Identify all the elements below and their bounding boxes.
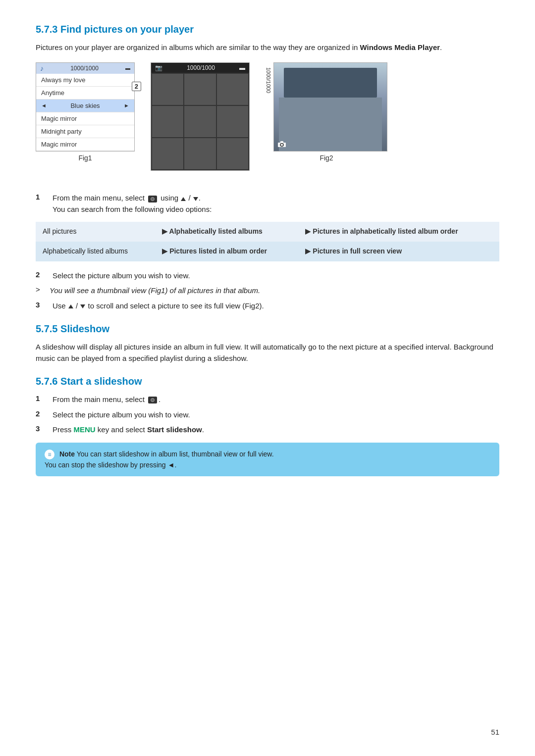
section576-step-1-num: 1 [36, 394, 46, 403]
thumb-cell-9 [217, 138, 248, 169]
step-2: 2 Select the picture album you wish to v… [36, 270, 499, 282]
device-list-counter: 1000/1000 [70, 65, 99, 72]
arrow-right-icon: ► [124, 102, 129, 108]
section-575-para: A slideshow will display all pictures in… [36, 342, 499, 364]
result-text: You will see a thumbnail view (Fig1) of … [50, 285, 260, 297]
battery-icon: ▬ [125, 65, 130, 71]
list-item-6: Magic mirror [36, 138, 134, 151]
step-3-num: 3 [36, 301, 46, 309]
fig2-photo [273, 62, 387, 151]
nav-cell-2-3: Pictures in full screen view [298, 242, 499, 261]
section576-step-1: 1 From the main menu, select . [36, 394, 499, 405]
device-thumb-counter: 1000/1000 [187, 64, 215, 71]
nav-cell-1-1: All pictures [36, 222, 155, 242]
thumb-cell-4 [152, 106, 183, 137]
step-2-text: Select the picture album you wish to vie… [53, 270, 190, 282]
note-text-1: You can start slideshow in album list, t… [77, 450, 274, 458]
step-1-num: 1 [36, 193, 46, 201]
start-slideshow-bold: Start slideshow [147, 425, 202, 434]
thumb-cell-5 [184, 106, 215, 137]
device-thumb: 📷 1000/1000 ▬ [151, 62, 250, 171]
section-575-heading: 5.7.5 Slideshow [36, 323, 499, 335]
step-1-text: From the main menu, select using / . You… [53, 193, 212, 215]
windows-media-player-bold: Windows Media Player [360, 43, 440, 51]
fig2-label: Fig2 [266, 154, 387, 162]
section576-step-3-num: 3 [36, 424, 46, 433]
device-list-items: Always my love Anytime ◄ Blue skies ► Ma… [36, 74, 134, 151]
note-label: Note [59, 450, 75, 458]
nav-table-row-2: Alphabetically listed albums Pictures li… [36, 242, 499, 261]
figures-row: ♪ 1000/1000 ▬ Always my love Anytime ◄ B… [36, 62, 499, 182]
thumb-cell-2 [184, 74, 215, 105]
device-list-topbar: ♪ 1000/1000 ▬ [36, 63, 134, 74]
fig1-label: Fig1 [36, 154, 135, 162]
step-2-num: 2 [36, 270, 46, 279]
section-576-heading: 5.7.6 Start a slideshow [36, 376, 499, 387]
nav-cell-1-2: Alphabetically listed albums [155, 222, 298, 242]
note-icon: ≡ [45, 450, 54, 459]
note-box: ≡ Note You can start slideshow in album … [36, 443, 499, 477]
note-text-2: You can stop the slideshow by pressing ◄… [45, 461, 176, 469]
thumb-cell-3 [217, 74, 248, 105]
nav-table-row-1: All pictures Alphabetically listed album… [36, 222, 499, 242]
badge-2: 2 [132, 82, 141, 91]
nav-cell-2-2: Pictures listed in album order [155, 242, 298, 261]
selected-item-label: Blue skies [70, 102, 100, 109]
thumb-cell-8 [184, 138, 215, 169]
fig2-container: 1000/1000 Fig2 [266, 62, 387, 162]
camera-icon-top: 📷 [155, 64, 162, 71]
list-item-3-selected: ◄ Blue skies ► [36, 100, 134, 112]
thumb-cell-7 [152, 138, 183, 169]
arrow-left-icon: ◄ [41, 102, 47, 108]
nav-cell-1-3: Pictures in alphabetically listed album … [298, 222, 499, 242]
nav-table: All pictures Alphabetically listed album… [36, 222, 499, 261]
device-list: ♪ 1000/1000 ▬ Always my love Anytime ◄ B… [36, 62, 135, 151]
device-thumb-topbar: 📷 1000/1000 ▬ [151, 63, 249, 73]
battery-icon-thumb: ▬ [239, 64, 245, 71]
section576-step-2-text: Select the picture album you wish to vie… [53, 409, 190, 421]
fig2-counter-vertical: 1000/1000 [266, 62, 271, 93]
list-item-1: Always my love [36, 74, 134, 87]
step-3-text: Use / to scroll and select a picture to … [53, 301, 264, 312]
section576-step-1-text: From the main menu, select . [53, 394, 160, 405]
music-icon: ♪ [40, 64, 44, 72]
thumb-cell-6 [217, 106, 248, 137]
section576-step-3-text: Press MENU key and select Start slidesho… [53, 424, 204, 436]
page-number: 51 [491, 728, 499, 736]
nav-cell-2-1: Alphabetically listed albums [36, 242, 155, 261]
section-573-heading: 5.7.3 Find pictures on your player [36, 24, 499, 35]
result-line: > You will see a thumbnail view (Fig1) o… [36, 285, 499, 297]
thumb-grid [151, 73, 249, 171]
menu-keyword: MENU [74, 425, 96, 434]
thumb-cell-1 [152, 74, 183, 105]
list-item-4: Magic mirror [36, 112, 134, 125]
fig2-camera-icon [278, 140, 286, 149]
result-arrow-icon: > [36, 285, 45, 294]
section-573-intro: Pictures on your player are organized in… [36, 42, 499, 53]
camera-icon-inline [148, 196, 157, 202]
step-1: 1 From the main menu, select using / . Y… [36, 193, 499, 215]
camera-icon-inline-2 [148, 397, 157, 403]
section576-step-2: 2 Select the picture album you wish to v… [36, 409, 499, 421]
section576-step-3: 3 Press MENU key and select Start slides… [36, 424, 499, 436]
fig1-container: ♪ 1000/1000 ▬ Always my love Anytime ◄ B… [36, 62, 135, 162]
step-3: 3 Use / to scroll and select a picture t… [36, 301, 499, 312]
section576-step-2-num: 2 [36, 409, 46, 418]
svg-rect-2 [280, 141, 283, 143]
fig1-thumb-container: 📷 1000/1000 ▬ [151, 62, 250, 182]
list-item-2: Anytime [36, 87, 134, 100]
list-item-5: Midnight party [36, 125, 134, 138]
